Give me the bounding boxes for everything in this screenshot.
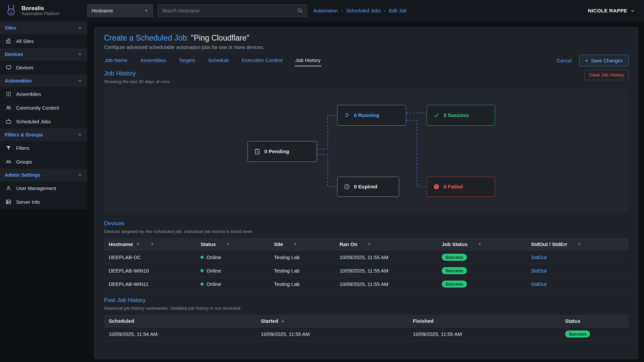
filter-icon[interactable] (577, 242, 582, 247)
page-title-job-name: "Ping Cloudflare" (191, 34, 250, 42)
stdout-link[interactable]: StdOut (531, 281, 547, 287)
sidebar-item-label: Server Info (16, 199, 40, 205)
brand-name: Borealis (21, 5, 59, 12)
sidebar-section-automation[interactable]: Automation (0, 74, 87, 87)
sidebar-item-assemblies[interactable]: Assemblies (0, 87, 87, 101)
sidebar-section-admin-settings[interactable]: Admin Settings (0, 169, 87, 181)
sidebar-item-groups[interactable]: Groups (0, 155, 87, 169)
status-badge: Success (442, 267, 467, 274)
breadcrumb-separator: › (384, 8, 386, 13)
brand-header: Borealis Automation Platform (0, 0, 87, 21)
filter-icon[interactable] (477, 242, 482, 247)
tab-job-history[interactable]: Job History (295, 55, 321, 66)
sidebar-section-filters-groups[interactable]: Filters & Groups (0, 128, 87, 141)
borealis-logo (4, 4, 18, 18)
stdout-link[interactable]: StdOut (531, 268, 547, 274)
chevron-up-icon (77, 52, 83, 57)
filters-icon (5, 145, 12, 151)
sidebar-item-label: Assemblies (16, 92, 41, 97)
tab-assemblies[interactable]: Assemblies (140, 55, 167, 66)
edit-job-panel: Create a Scheduled Job: "Ping Cloudflare… (94, 27, 639, 359)
devices-header-row: Hostname Status Site Ran On Job Status S… (104, 238, 629, 251)
sidebar-section-sites[interactable]: Sites (0, 21, 87, 34)
sidebar-item-label: Scheduled Jobs (16, 119, 51, 124)
site-cell: Testing Lab (269, 251, 335, 264)
sidebar-section-devices[interactable]: Devices (0, 48, 87, 61)
sidebar-item-scheduled-jobs[interactable]: Scheduled Jobs (0, 115, 87, 128)
server-info-icon (5, 199, 12, 205)
sort-asc-icon[interactable] (136, 242, 140, 247)
tabs: Job Name Assemblies Targets Schedule Exe… (104, 55, 321, 66)
cancel-button[interactable]: Cancel (557, 58, 572, 63)
sidebar-item-server-info[interactable]: Server Info (0, 195, 87, 209)
filter-icon[interactable] (150, 242, 155, 247)
breadcrumb-scheduled-jobs[interactable]: Scheduled Jobs (346, 8, 381, 13)
past-job-history-section: Past Job History Historical job history … (104, 297, 629, 341)
clear-job-history-button[interactable]: Clear Job History (584, 70, 629, 80)
scheduled-cell: 10/09/2025, 11:54 AM (104, 327, 256, 341)
breadcrumb-automation[interactable]: Automation (313, 8, 338, 13)
section-label: Admin Settings (5, 172, 40, 178)
brand-subtitle: Automation Platform (21, 11, 59, 16)
status-cell: Online (196, 264, 269, 278)
col-job-status: Job Status (442, 241, 468, 247)
online-dot-icon (201, 269, 204, 272)
col-finished: Finished (413, 318, 434, 324)
past-job-history-caption: Historical job history summaries. Detail… (104, 306, 629, 311)
job-history-heading: Job History (104, 70, 171, 77)
filter-icon[interactable] (226, 242, 230, 247)
status-badge: Success (565, 330, 590, 338)
tab-actions: Cancel + Save Changes (557, 55, 629, 66)
hostname-select-value: Hostname (92, 8, 113, 13)
past-job-history-heading: Past Job History (104, 297, 629, 304)
col-scheduled: Scheduled (109, 318, 134, 324)
page-title-prefix: Create a Scheduled Job: (104, 34, 189, 42)
sidebar-item-label: Groups (16, 159, 32, 165)
success-label: 3 Success (443, 112, 469, 118)
success-check-icon (433, 112, 440, 119)
chevron-up-icon (77, 172, 83, 178)
sidebar-item-filters[interactable]: Filters (0, 141, 87, 155)
breadcrumb-separator: › (341, 8, 343, 13)
devices-table: Hostname Status Site Ran On Job Status S… (104, 238, 629, 291)
status-cell: Online (196, 251, 269, 264)
search-icon[interactable] (297, 8, 303, 13)
stdout-cell: StdOut (526, 264, 629, 278)
hostname-cell: DEEPLAB-WIN11 (104, 278, 196, 291)
status-badge: Success (442, 281, 467, 288)
ran-on-cell: 10/09/2025, 11:55 AM (335, 278, 437, 291)
running-label: 0 Running (354, 112, 379, 118)
user-menu[interactable]: NICOLE RAPPE (588, 8, 635, 13)
sidebar-item-community-content[interactable]: Community Content (0, 101, 87, 115)
ran-on-cell: 10/09/2025, 11:55 AM (335, 264, 437, 278)
tabs-row: Job Name Assemblies Targets Schedule Exe… (104, 55, 629, 66)
tab-schedule[interactable]: Schedule (207, 55, 230, 66)
user-management-icon (5, 185, 12, 191)
past-status-cell: Success (560, 327, 629, 341)
save-changes-button[interactable]: + Save Changes (579, 55, 629, 66)
tab-targets[interactable]: Targets (178, 55, 196, 66)
table-row: DEEPLAB-DC Online Testing Lab 10/09/2025… (104, 251, 629, 264)
hostname-select[interactable]: Hostname (87, 4, 153, 17)
search-input[interactable] (162, 8, 297, 13)
online-dot-icon (201, 283, 204, 286)
tab-job-name[interactable]: Job Name (104, 55, 128, 66)
pending-icon (254, 148, 261, 155)
sort-desc-icon[interactable] (280, 319, 285, 323)
filter-icon[interactable] (293, 242, 298, 247)
chevron-up-icon (77, 25, 83, 31)
groups-icon (5, 159, 12, 165)
filter-icon[interactable] (367, 242, 372, 247)
sidebar-item-user-management[interactable]: User Management (0, 181, 87, 195)
past-job-history-table: Scheduled Started Finished Status 10/09/… (104, 315, 629, 341)
col-hostname: Hostname (109, 241, 133, 247)
sidebar-item-all-sites[interactable]: All Sites (0, 34, 87, 48)
breadcrumb-edit-job[interactable]: Edit Job (389, 8, 407, 13)
sidebar-item-devices[interactable]: Devices (0, 61, 87, 74)
app-root: Borealis Automation Platform Hostname Au… (0, 0, 644, 362)
stdout-link[interactable]: StdOut (531, 254, 547, 260)
tab-execution-context[interactable]: Execution Context (241, 55, 283, 66)
plus-icon: + (585, 58, 588, 63)
devices-heading: Devices (104, 220, 629, 227)
job-history-header: Job History Showing the last 30 days of … (104, 70, 629, 84)
